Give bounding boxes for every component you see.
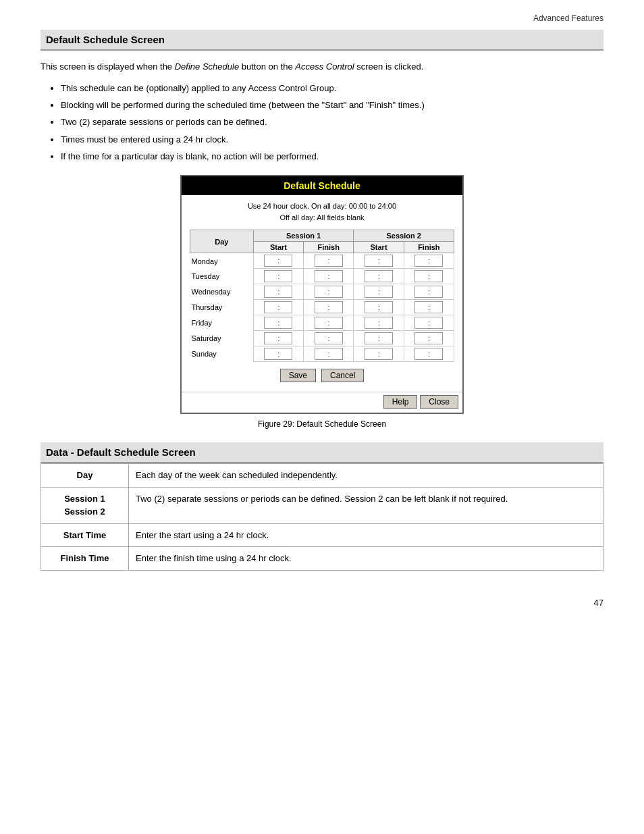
thu-s1-start-m[interactable]	[280, 304, 291, 311]
wed-s2-fin-m[interactable]	[431, 288, 441, 296]
thu-s2-fin-m[interactable]	[431, 304, 441, 311]
thu-s2-start-m[interactable]	[381, 304, 392, 311]
dialog-footer: Help Close	[182, 392, 462, 413]
fri-s1-start-m[interactable]	[280, 319, 291, 327]
bullet-item-1: This schedule can be (optionally) applie…	[61, 80, 603, 96]
wed-s1-fin-m[interactable]	[331, 288, 342, 296]
thu-s2-start-h[interactable]	[367, 304, 377, 311]
sun-s1-start-h[interactable]	[266, 350, 277, 358]
save-button[interactable]: Save	[280, 369, 316, 382]
row-label-sessions: Session 1 Session 2	[41, 487, 129, 523]
session1-label: Session 1	[64, 494, 105, 504]
table-row: Start Time Enter the start using a 24 hr…	[41, 523, 603, 547]
fri-s1-start-h[interactable]	[266, 319, 277, 327]
monday-s2-start-input[interactable]	[367, 257, 377, 265]
tuesday-s2-start-h[interactable]	[367, 273, 377, 280]
s2-start-header: Start	[354, 242, 404, 253]
monday-s1-start-input[interactable]	[266, 257, 277, 265]
intro-paragraph: This screen is displayed when the Define…	[41, 60, 603, 74]
tuesday-s1-fin-h[interactable]	[317, 273, 327, 280]
table-row: Day Each day of the week can scheduled i…	[41, 464, 603, 488]
sun-s2-fin-m[interactable]	[431, 350, 441, 358]
sun-s2-start-h[interactable]	[367, 350, 377, 358]
wed-s1-start-h[interactable]	[266, 288, 277, 296]
sat-s1-start-m[interactable]	[280, 335, 291, 342]
intro-text-before: This screen is displayed when the	[41, 61, 175, 72]
bullet-item-5: If the time for a particular day is blan…	[61, 149, 603, 164]
tuesday-s1-start-m[interactable]	[280, 273, 291, 280]
table-row: Monday : : : :	[190, 253, 454, 269]
fri-s2-fin-m[interactable]	[431, 319, 441, 327]
table-row: Session 1 Session 2 Two (2) separate ses…	[41, 487, 603, 523]
dialog-body: Use 24 hour clock. On all day: 00:00 to …	[182, 195, 462, 392]
sun-s1-fin-h[interactable]	[317, 350, 327, 358]
fri-s1-fin-m[interactable]	[331, 319, 342, 327]
wed-s2-start-m[interactable]	[381, 288, 392, 296]
monday-s2-start: :	[354, 253, 404, 269]
sun-s2-fin-h[interactable]	[417, 350, 427, 358]
sat-s1-fin-h[interactable]	[317, 335, 327, 342]
table-row: Friday : : : :	[190, 315, 454, 331]
sat-s2-start-m[interactable]	[381, 335, 392, 342]
s2-finish-header: Finish	[404, 242, 454, 253]
wed-s2-start-h[interactable]	[367, 288, 377, 296]
row-desc-finish-time: Enter the finish time using a 24 hr cloc…	[129, 547, 603, 571]
day-friday: Friday	[190, 315, 254, 331]
intro-text-mid: button on the	[239, 61, 295, 72]
day-monday: Monday	[190, 253, 254, 269]
monday-s2-finish-min[interactable]	[431, 257, 441, 265]
monday-s1-finish-input[interactable]	[317, 257, 327, 265]
page-number: 47	[41, 598, 603, 608]
sat-s1-fin-m[interactable]	[331, 335, 342, 342]
table-row: Saturday : : : :	[190, 331, 454, 346]
fri-s2-start-m[interactable]	[381, 319, 392, 327]
cancel-button[interactable]: Cancel	[321, 369, 364, 382]
day-sunday: Sunday	[190, 346, 254, 362]
day-saturday: Saturday	[190, 331, 254, 346]
fri-s2-fin-h[interactable]	[417, 319, 427, 327]
sat-s2-start-h[interactable]	[367, 335, 377, 342]
section2-title: Data - Default Schedule Screen	[41, 442, 603, 463]
thu-s2-fin-h[interactable]	[417, 304, 427, 311]
sun-s1-start-m[interactable]	[280, 350, 291, 358]
monday-s1-start-min[interactable]	[280, 257, 291, 265]
schedule-hint: Use 24 hour clock. On all day: 00:00 to …	[190, 201, 454, 223]
sat-s2-fin-m[interactable]	[431, 335, 441, 342]
sun-s1-fin-m[interactable]	[331, 350, 342, 358]
schedule-table: Day Session 1 Session 2 Start Finish Sta…	[190, 230, 454, 362]
data-table: Day Each day of the week can scheduled i…	[41, 463, 603, 571]
section1-title: Default Schedule Screen	[41, 30, 603, 51]
dialog-title: Default Schedule	[182, 176, 462, 195]
wed-s1-fin-h[interactable]	[317, 288, 327, 296]
monday-s2-finish-input[interactable]	[417, 257, 427, 265]
tuesday-s1-start-h[interactable]	[266, 273, 277, 280]
session2-header: Session 2	[354, 230, 454, 242]
sun-s2-start-m[interactable]	[381, 350, 392, 358]
thu-s1-fin-m[interactable]	[331, 304, 342, 311]
thu-s1-fin-h[interactable]	[317, 304, 327, 311]
intro-text-end: screen is clicked.	[354, 61, 424, 72]
fri-s2-start-h[interactable]	[367, 319, 377, 327]
tuesday-s2-fin-h[interactable]	[417, 273, 427, 280]
s1-finish-header: Finish	[304, 242, 354, 253]
monday-s2-start-min[interactable]	[381, 257, 392, 265]
wed-s2-fin-h[interactable]	[417, 288, 427, 296]
monday-s1-finish-min[interactable]	[331, 257, 342, 265]
row-desc-sessions: Two (2) separate sessions or periods can…	[129, 487, 603, 523]
monday-s1-start: :	[253, 253, 303, 269]
tuesday-s1-fin-m[interactable]	[331, 273, 342, 280]
thu-s1-start-h[interactable]	[266, 304, 277, 311]
hint-line1: Use 24 hour clock. On all day: 00:00 to …	[190, 201, 454, 212]
close-button[interactable]: Close	[420, 395, 458, 409]
tuesday-s2-start-m[interactable]	[381, 273, 392, 280]
sat-s2-fin-h[interactable]	[417, 335, 427, 342]
table-row: Sunday : : : :	[190, 346, 454, 362]
fri-s1-fin-h[interactable]	[317, 319, 327, 327]
row-desc-day: Each day of the week can scheduled indep…	[129, 464, 603, 488]
tuesday-s2-fin-m[interactable]	[431, 273, 441, 280]
schedule-dialog-wrapper: Default Schedule Use 24 hour clock. On a…	[41, 175, 603, 414]
wed-s1-start-m[interactable]	[280, 288, 291, 296]
help-button[interactable]: Help	[383, 395, 418, 409]
sat-s1-start-h[interactable]	[266, 335, 277, 342]
bullet-item-2: Blocking will be performed during the sc…	[61, 97, 603, 113]
